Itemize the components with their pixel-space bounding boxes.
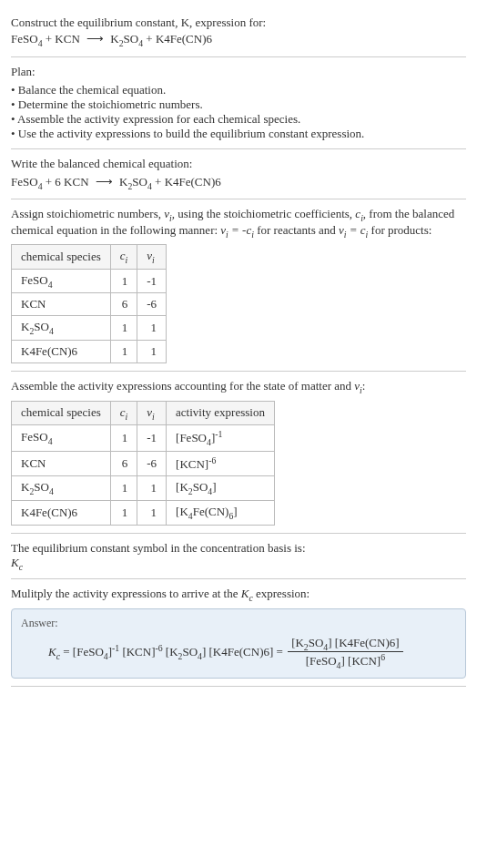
answer-box: Answer: Kc = [FeSO4]-1 [KCN]-6 [K2SO4] [… — [11, 608, 466, 679]
assign-section: Assign stoichiometric numbers, νi, using… — [11, 199, 466, 372]
activity-title: Assemble the activity expressions accoun… — [11, 379, 466, 395]
arrow-icon: ⟶ — [96, 175, 113, 189]
table-row: FeSO4 1 -1 [FeSO4]-1 — [12, 425, 275, 452]
table-row: FeSO4 1 -1 — [12, 269, 167, 293]
col-v: νi — [137, 245, 167, 270]
table-header-row: chemical species ci νi — [12, 245, 167, 270]
balanced-title: Write the balanced chemical equation: — [11, 157, 466, 171]
symbol-section: The equilibrium constant symbol in the c… — [11, 534, 466, 580]
plan-item: Assemble the activity expression for eac… — [11, 112, 466, 127]
stoich-table: chemical species ci νi FeSO4 1 -1 KCN 6 … — [11, 244, 167, 363]
assign-text: Assign stoichiometric numbers, νi, using… — [11, 207, 466, 239]
symbol-text: The equilibrium constant symbol in the c… — [11, 541, 466, 556]
table-row: K2SO4 1 1 [K2SO4] — [12, 476, 275, 501]
activity-section: Assemble the activity expressions accoun… — [11, 372, 466, 534]
kc-expression: Kc = [FeSO4]-1 [KCN]-6 [K2SO4] [K4Fe(CN)… — [21, 636, 456, 671]
intro-section: Construct the equilibrium constant, K, e… — [11, 7, 466, 57]
plan-list: Balance the chemical equation. Determine… — [11, 83, 466, 141]
balanced-equation: FeSO4 + 6 KCN ⟶ K2SO4 + K4Fe(CN)6 — [11, 175, 466, 191]
table-row: KCN 6 -6 — [12, 293, 167, 316]
col-species: chemical species — [12, 245, 111, 270]
plan-title: Plan: — [11, 65, 466, 79]
intro-text: Construct the equilibrium constant, K, e… — [11, 15, 266, 29]
intro-equation: FeSO4 + KCN ⟶ K2SO4 + K4Fe(CN)6 — [11, 32, 212, 46]
col-c: ci — [110, 245, 137, 270]
intro-prompt: Construct the equilibrium constant, K, e… — [11, 15, 466, 49]
table-row: KCN 6 -6 [KCN]-6 — [12, 452, 275, 476]
plan-section: Plan: Balance the chemical equation. Det… — [11, 57, 466, 149]
activity-table: chemical species ci νi activity expressi… — [11, 401, 275, 526]
multiply-section: Mulitply the activity expressions to arr… — [11, 579, 466, 687]
plan-item: Balance the chemical equation. — [11, 83, 466, 97]
arrow-icon: ⟶ — [86, 31, 104, 47]
table-row: K4Fe(CN)6 1 1 [K4Fe(CN)6] — [12, 501, 275, 526]
table-row: K4Fe(CN)6 1 1 — [12, 340, 167, 363]
fraction: [K2SO4] [K4Fe(CN)6] [FeSO4] [KCN]6 — [288, 636, 402, 671]
balanced-section: Write the balanced chemical equation: Fe… — [11, 149, 466, 199]
kc-symbol: Kc — [11, 556, 466, 572]
plan-item: Use the activity expressions to build th… — [11, 127, 466, 141]
table-row: K2SO4 1 1 — [12, 316, 167, 341]
multiply-title: Mulitply the activity expressions to arr… — [11, 587, 466, 603]
table-header-row: chemical species ci νi activity expressi… — [12, 401, 275, 425]
plan-item: Determine the stoichiometric numbers. — [11, 97, 466, 112]
answer-label: Answer: — [21, 617, 456, 630]
